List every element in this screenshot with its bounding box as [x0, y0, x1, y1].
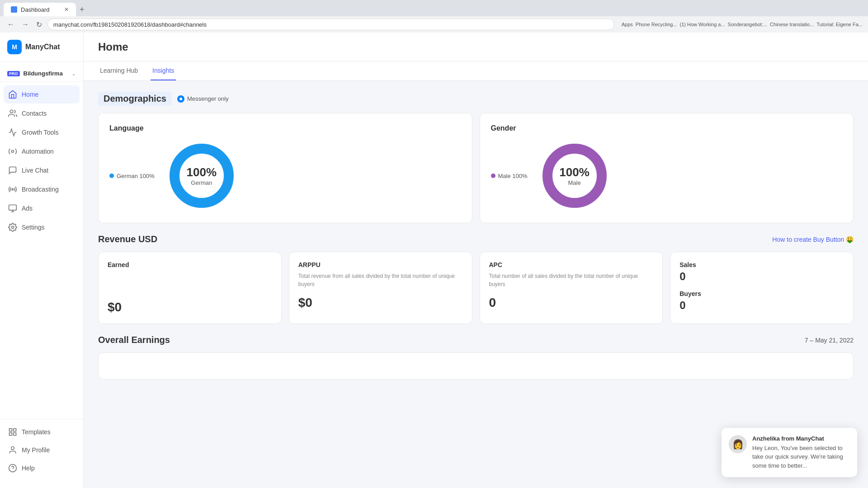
sales-buyers-sub: Sales 0 Buyers 0 [679, 261, 844, 312]
page-title: Home [98, 41, 128, 53]
apc-value: 0 [489, 296, 654, 310]
new-tab-button[interactable]: + [76, 3, 88, 16]
gender-donut-chart: 100% Male [538, 140, 611, 212]
overall-earnings-header: Overall Earnings 7 – May 21, 2022 [98, 335, 854, 345]
revenue-card-arppu: ARPPU Total revenue from all sales divid… [289, 252, 472, 324]
sidebar-item-label-contacts: Contacts [22, 110, 47, 117]
svg-point-1 [12, 150, 14, 153]
arppu-desc: Total revenue from all sales divided by … [298, 272, 463, 288]
sidebar-item-growth-tools[interactable]: Growth Tools [4, 123, 80, 141]
account-name: Bildungsfirma [24, 70, 68, 77]
chat-avatar: 👩 [729, 435, 747, 453]
live-chat-icon [8, 166, 17, 175]
broadcasting-icon [8, 185, 17, 194]
revenue-section: Revenue USD How to create Buy Button 🤑 E… [98, 234, 854, 324]
gender-card-title: Gender [491, 124, 843, 132]
chat-message: Hey Leon, You've been selected to take o… [752, 444, 850, 470]
sidebar-item-ads[interactable]: Ads [4, 199, 80, 217]
account-pro-badge: PRO [7, 71, 20, 76]
demographics-cards: Language German 100% [98, 113, 854, 223]
contacts-icon [8, 109, 17, 118]
my-profile-icon [8, 446, 17, 455]
gender-pct: 100% [559, 165, 590, 179]
sidebar-bottom: Templates My Profile Help [0, 419, 83, 481]
overall-earnings-section: Overall Earnings 7 – May 21, 2022 [98, 335, 854, 380]
tab-learning-hub[interactable]: Learning Hub [98, 61, 140, 80]
bookmark-2[interactable]: (1) How Working a... [680, 22, 725, 27]
buyers-label: Buyers [679, 290, 844, 297]
revenue-header: Revenue USD How to create Buy Button 🤑 [98, 234, 854, 244]
gender-center-label: Male [559, 179, 590, 186]
sidebar-nav: Home Contacts Growth Tools [0, 85, 83, 419]
bookmark-1[interactable]: Phone Recycling... [636, 22, 677, 27]
sidebar-item-broadcasting[interactable]: Broadcasting [4, 180, 80, 198]
sidebar-item-label-my-profile: My Profile [22, 446, 50, 454]
browser-tab-dashboard[interactable]: Dashboard ✕ [4, 3, 76, 16]
gender-legend: Male 100% [491, 173, 528, 179]
tab-close-btn[interactable]: ✕ [64, 6, 69, 13]
language-card-title: Language [109, 124, 461, 132]
sidebar-item-automation[interactable]: Automation [4, 142, 80, 160]
forward-button[interactable]: → [20, 19, 31, 30]
overall-earnings-title: Overall Earnings [98, 335, 170, 345]
arppu-value: $0 [298, 296, 463, 310]
bookmark-5[interactable]: Tutorial: Eigene Fa... [816, 22, 863, 27]
sidebar-item-contacts[interactable]: Contacts [4, 104, 80, 122]
tab-insights[interactable]: Insights [151, 61, 176, 80]
address-bar[interactable]: manychat.com/fb198150208192061​8/dashboa… [47, 19, 614, 30]
sidebar-item-my-profile[interactable]: My Profile [4, 441, 80, 459]
svg-point-11 [11, 447, 14, 450]
revenue-cards: Earned $0 ARPPU Total revenue from all s… [98, 252, 854, 324]
sales-row: Sales 0 [679, 261, 844, 283]
sidebar-logo: M ManyChat [0, 40, 83, 62]
main-body: Demographics Messenger only Language Ger… [84, 81, 868, 488]
apc-desc: Total number of all sales divided by the… [489, 272, 654, 288]
language-legend: German 100% [109, 173, 155, 179]
apc-title: APC [489, 261, 654, 268]
messenger-badge-label: Messenger only [187, 95, 229, 102]
sidebar-item-label-growth-tools: Growth Tools [22, 129, 58, 136]
automation-icon [8, 147, 17, 156]
gender-donut-center: 100% Male [559, 165, 590, 186]
language-center-label: German [187, 179, 217, 186]
revenue-title: Revenue USD [98, 234, 157, 244]
sidebar-account[interactable]: PRO Bildungsfirma ⌄ [0, 66, 83, 82]
bookmark-3[interactable]: Sonderangebot:... [728, 22, 767, 27]
bookmark-apps[interactable]: Apps [622, 22, 633, 27]
chat-info: Anzhelika from ManyChat Hey Leon, You've… [752, 435, 850, 470]
gender-legend-item-male: Male 100% [491, 173, 528, 179]
sidebar-item-label-help: Help [22, 465, 35, 472]
app-container: M ManyChat PRO Bildungsfirma ⌄ Home Cont… [0, 33, 868, 488]
language-card-content: German 100% 100% German [109, 140, 461, 212]
tabs-bar: Learning Hub Insights [84, 61, 868, 81]
earned-value: $0 [108, 300, 272, 314]
chat-sender: Anzhelika from ManyChat [752, 435, 850, 442]
bookmark-4[interactable]: Chinese translatio... [770, 22, 814, 27]
arppu-title: ARPPU [298, 261, 463, 268]
sidebar-item-templates[interactable]: Templates [4, 423, 80, 441]
tab-label: Dashboard [21, 6, 50, 13]
language-donut-center: 100% German [187, 165, 217, 186]
earned-title: Earned [108, 261, 272, 268]
german-legend-label: German 100% [117, 173, 155, 179]
sidebar-item-help[interactable]: Help [4, 459, 80, 477]
refresh-button[interactable]: ↻ [34, 19, 44, 31]
sidebar-item-live-chat[interactable]: Live Chat [4, 161, 80, 179]
male-dot [491, 174, 495, 178]
sidebar-item-home[interactable]: Home [4, 85, 80, 103]
chat-widget[interactable]: 👩 Anzhelika from ManyChat Hey Leon, You'… [722, 428, 857, 478]
back-button[interactable]: ← [5, 19, 16, 30]
account-chevron-icon: ⌄ [71, 70, 76, 77]
chat-widget-header: 👩 Anzhelika from ManyChat Hey Leon, You'… [729, 435, 850, 470]
buyers-value: 0 [679, 299, 844, 312]
svg-rect-7 [9, 429, 12, 432]
bookmarks-bar: Apps Phone Recycling... (1) How Working … [622, 22, 863, 27]
sidebar-logo-text: ManyChat [25, 43, 60, 51]
svg-point-6 [12, 226, 14, 229]
sidebar-item-label-broadcasting: Broadcasting [22, 186, 59, 193]
german-dot [109, 174, 114, 178]
sidebar-item-settings[interactable]: Settings [4, 218, 80, 236]
sidebar-item-label-automation: Automation [22, 148, 54, 155]
settings-icon [8, 223, 17, 232]
buy-button-link[interactable]: How to create Buy Button 🤑 [772, 236, 854, 243]
